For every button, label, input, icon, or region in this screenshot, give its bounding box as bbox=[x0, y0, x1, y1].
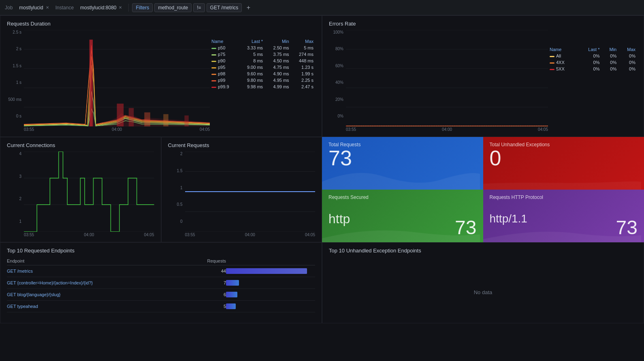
filter-key: method_route bbox=[158, 5, 188, 11]
req-duration-svg bbox=[24, 30, 210, 126]
requests-secured-card: Requests Secured http 73 bbox=[322, 190, 483, 242]
req-duration-legend-row: p75 5 ms 3.75 ms 274 ms bbox=[210, 51, 315, 58]
connections-chart bbox=[24, 152, 154, 232]
svg-rect-10 bbox=[144, 112, 150, 126]
errors-rate-panel: Errors Rate 100% 80% 60% 40% 20% 0% bbox=[322, 15, 644, 137]
no-data-label: No data bbox=[329, 257, 637, 327]
req-duration-legend-row: p50 3.33 ms 2.50 ms 5 ms bbox=[210, 45, 315, 51]
req-duration-legend-row: p95 9.00 ms 4.75 ms 1.23 s bbox=[210, 64, 315, 70]
current-requests-title: Current Requests bbox=[168, 142, 316, 148]
requests-secured-title: Requests Secured bbox=[328, 194, 477, 200]
requests-duration-panel: Requests Duration 2.5 s 2 s 1.5 s 1 s 50… bbox=[0, 15, 322, 137]
instance-close-icon[interactable]: ✕ bbox=[119, 5, 122, 10]
errors-rate-y-axis: 100% 80% 60% 40% 20% 0% bbox=[329, 30, 346, 126]
errors-rate-title: Errors Rate bbox=[329, 21, 637, 27]
job-value: mostlylucid bbox=[19, 5, 43, 11]
svg-rect-9 bbox=[129, 108, 134, 126]
filters-label: Filters bbox=[136, 5, 149, 11]
filters-button[interactable]: Filters bbox=[132, 3, 153, 12]
requests-protocol-card: Requests HTTP Protocol http/1.1 73 bbox=[483, 190, 644, 242]
endpoint-link[interactable]: GET blog/{language}/{slug} bbox=[7, 292, 61, 297]
instance-label: Instance bbox=[54, 5, 75, 11]
topbar: Job mostlylucid ✕ Instance mostlylucid:8… bbox=[0, 0, 644, 15]
errors-rate-svg bbox=[346, 30, 548, 126]
errors-legend-row: 5XX 0% 0% 0% bbox=[548, 66, 637, 72]
job-close-icon[interactable]: ✕ bbox=[46, 5, 49, 10]
requests-protocol-label: http/1.1 bbox=[490, 212, 527, 225]
instance-value: mostlylucid:8080 bbox=[80, 5, 116, 11]
bar-col-header bbox=[226, 257, 315, 265]
total-exceptions-value: 0 bbox=[490, 147, 638, 169]
endpoint-row: GET typeahead 5 bbox=[7, 301, 315, 312]
total-requests-value: 73 bbox=[328, 147, 477, 169]
current-connections-panel: Current Connections 4 3 2 1 bbox=[0, 137, 161, 242]
top-exception-title: Top 10 Unhandled Exception Endpoints bbox=[329, 248, 637, 254]
requests-protocol-value: 73 bbox=[616, 218, 638, 237]
requests-secured-label: http bbox=[328, 211, 350, 226]
errors-rate-chart bbox=[346, 30, 548, 126]
filter-key-pill[interactable]: method_route bbox=[154, 3, 192, 12]
top-endpoints-title: Top 10 Requested Endpoints bbox=[7, 248, 315, 254]
job-label: Job bbox=[3, 5, 14, 11]
current-requests-x-axis: 03:55 04:00 04:05 bbox=[168, 233, 316, 237]
job-selector[interactable]: mostlylucid ✕ bbox=[16, 3, 52, 12]
errors-rate-legend: Name Last * Min Max All 0% 0% 0% 4XX 0% … bbox=[548, 38, 637, 132]
req-duration-legend: Name Last * Min Max p50 3.33 ms 2.50 ms … bbox=[210, 38, 315, 132]
requests-protocol-title: Requests HTTP Protocol bbox=[490, 194, 638, 200]
endpoints-table: Endpoint Requests GET /metrics 44 GET {c… bbox=[7, 257, 315, 312]
endpoint-link[interactable]: GET /metrics bbox=[7, 269, 33, 273]
total-exceptions-card: Total Unhandled Exceptions 0 bbox=[483, 137, 644, 190]
endpoint-row: GET {controller=Home}/{action=Index}/{id… bbox=[7, 277, 315, 289]
req-duration-legend-row: p98 9.60 ms 4.90 ms 1.99 s bbox=[210, 70, 315, 77]
svg-rect-7 bbox=[90, 40, 93, 126]
requests-duration-title: Requests Duration bbox=[7, 21, 315, 27]
filter-op-pill[interactable]: != bbox=[193, 3, 205, 12]
current-requests-panel: Current Requests 2 1.5 1 0.5 0 bbox=[161, 137, 322, 242]
separator bbox=[128, 4, 129, 12]
errors-legend-row: All 0% 0% 0% bbox=[548, 53, 637, 59]
current-connections-title: Current Connections bbox=[7, 142, 154, 148]
filter-value-pill[interactable]: GET /metrics bbox=[207, 3, 242, 12]
top-endpoints-panel: Top 10 Requested Endpoints Endpoint Requ… bbox=[0, 242, 322, 323]
req-duration-y-axis: 2.5 s 2 s 1.5 s 1 s 500 ms 0 s bbox=[7, 30, 24, 126]
instance-selector[interactable]: mostlylucid:8080 ✕ bbox=[77, 3, 125, 12]
endpoint-row: GET blog/{language}/{slug} 6 bbox=[7, 289, 315, 301]
endpoint-link[interactable]: GET typeahead bbox=[7, 304, 38, 309]
connections-y-axis: 4 3 2 1 bbox=[7, 152, 24, 232]
requests-secured-value: 73 bbox=[455, 218, 476, 237]
endpoint-row: GET /metrics 44 bbox=[7, 265, 315, 277]
requests-col-header: Requests bbox=[202, 257, 226, 265]
filter-value: GET /metrics bbox=[210, 5, 239, 11]
connections-svg bbox=[24, 152, 154, 232]
connections-x-axis: 03:55 04:00 04:05 bbox=[7, 233, 154, 237]
req-duration-legend-row: p99.9 9.98 ms 4.99 ms 2.47 s bbox=[210, 83, 315, 90]
req-duration-legend-row: p99 9.80 ms 4.95 ms 2.25 s bbox=[210, 77, 315, 83]
req-duration-legend-row: p90 8 ms 4.50 ms 448 ms bbox=[210, 58, 315, 64]
endpoint-col-header: Endpoint bbox=[7, 257, 202, 265]
add-filter-button[interactable]: + bbox=[243, 3, 253, 13]
total-requests-card: Total Requests 73 bbox=[322, 137, 483, 190]
current-requests-svg bbox=[185, 152, 316, 232]
requests-duration-chart bbox=[24, 30, 210, 126]
current-requests-chart bbox=[185, 152, 316, 232]
total-exceptions-title: Total Unhandled Exceptions bbox=[490, 142, 638, 147]
svg-rect-11 bbox=[163, 114, 168, 126]
errors-legend-row: 4XX 0% 0% 0% bbox=[548, 59, 637, 66]
svg-rect-12 bbox=[184, 115, 188, 126]
stat-cards-grid: Total Requests 73 Total Unhandled Except… bbox=[322, 137, 644, 242]
errors-rate-x-axis: 03:55 04:00 04:05 bbox=[329, 127, 548, 132]
filter-op: != bbox=[197, 5, 201, 11]
endpoint-link[interactable]: GET {controller=Home}/{action=Index}/{id… bbox=[7, 280, 93, 285]
svg-rect-8 bbox=[117, 104, 124, 126]
top-exception-endpoints-panel: Top 10 Unhandled Exception Endpoints No … bbox=[322, 242, 644, 323]
req-duration-x-axis: 03:55 04:00 04:05 bbox=[7, 127, 210, 132]
req-y-axis: 2 1.5 1 0.5 0 bbox=[168, 152, 185, 232]
